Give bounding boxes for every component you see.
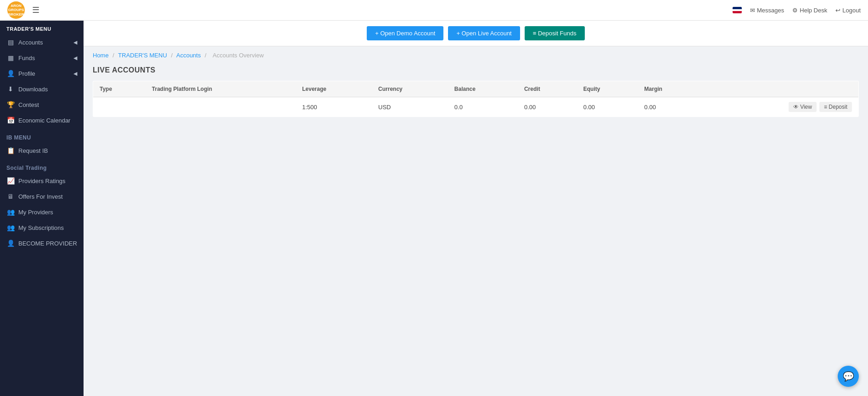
cell-actions: 👁 View ≡ Deposit: [701, 97, 859, 117]
offers-invest-icon: 🖥: [6, 193, 15, 200]
chevron-left-icon: ◀: [73, 55, 77, 61]
breadcrumb-separator: /: [171, 52, 173, 59]
sidebar-item-funds[interactable]: ▦ Funds ◀: [0, 50, 84, 66]
logout-icon: ↩: [835, 7, 840, 14]
sidebar-item-economic-calendar[interactable]: 📅 Economic Calendar: [0, 112, 84, 128]
col-currency: Currency: [372, 81, 448, 97]
row-deposit-button[interactable]: ≡ Deposit: [819, 102, 852, 112]
sidebar-item-label: Downloads: [18, 86, 48, 93]
accounts-table: Type Trading Platform Login Leverage Cur…: [93, 81, 859, 117]
page-section: LIVE ACCOUNTS Type Trading Platform Logi…: [84, 61, 868, 126]
providers-ratings-icon: 📈: [6, 177, 15, 184]
sidebar-item-label: Request IB: [18, 147, 48, 154]
trader-menu-title: TRADER'S MENU: [0, 21, 84, 34]
action-bar: + Open Demo Account + Open Live Account …: [84, 21, 868, 46]
cell-type: [93, 97, 146, 117]
chat-button[interactable]: 💬: [838, 366, 859, 387]
sidebar: TRADER'S MENU ▤ Accounts ◀ ▦ Funds ◀ 👤 P…: [0, 21, 84, 396]
col-balance: Balance: [448, 81, 518, 97]
my-providers-icon: 👥: [6, 208, 15, 216]
table-body: 1:500 USD 0.0 0.00 0.00 0.00 👁 View ≡ De…: [93, 97, 859, 117]
language-flag[interactable]: [733, 7, 742, 13]
breadcrumb-current: Accounts Overview: [213, 52, 263, 59]
calendar-icon: 📅: [6, 117, 15, 124]
logo-icon: ARONGROUPSBROKER: [7, 1, 25, 19]
sidebar-item-my-providers[interactable]: 👥 My Providers: [0, 204, 84, 220]
funds-icon: ▦: [6, 54, 15, 61]
breadcrumb-home[interactable]: Home: [93, 52, 109, 59]
cell-balance: 0.0: [448, 97, 518, 117]
breadcrumb-separator: /: [112, 52, 114, 59]
ib-menu-title: IB MENU: [0, 128, 84, 143]
table-header-row: Type Trading Platform Login Leverage Cur…: [93, 81, 859, 97]
col-credit: Credit: [518, 81, 577, 97]
help-icon: ⚙: [792, 7, 798, 14]
accounts-icon: ▤: [6, 39, 15, 46]
sidebar-item-providers-ratings[interactable]: 📈 Providers Ratings: [0, 173, 84, 189]
main-content: + Open Demo Account + Open Live Account …: [84, 21, 868, 396]
sidebar-item-label: My Providers: [18, 209, 53, 216]
breadcrumb: Home / TRADER'S MENU / Accounts / Accoun…: [84, 46, 868, 61]
topnav: ARONGROUPSBROKER ☰ ✉ Messages ⚙ Help Des…: [0, 0, 868, 21]
envelope-icon: ✉: [750, 7, 755, 14]
sidebar-item-accounts[interactable]: ▤ Accounts ◀: [0, 34, 84, 50]
hamburger-button[interactable]: ☰: [30, 3, 41, 17]
col-leverage: Leverage: [296, 81, 372, 97]
downloads-icon: ⬇: [6, 85, 15, 93]
col-margin: Margin: [638, 81, 701, 97]
sidebar-item-label: Funds: [18, 55, 35, 61]
topnav-left: ARONGROUPSBROKER ☰: [7, 1, 41, 19]
chat-icon: 💬: [843, 371, 854, 382]
col-equity: Equity: [577, 81, 638, 97]
profile-icon: 👤: [6, 70, 15, 77]
layout: TRADER'S MENU ▤ Accounts ◀ ▦ Funds ◀ 👤 P…: [0, 21, 868, 396]
open-live-account-button[interactable]: + Open Live Account: [448, 26, 520, 40]
sidebar-item-label: Providers Ratings: [18, 178, 66, 184]
sidebar-item-profile[interactable]: 👤 Profile ◀: [0, 66, 84, 81]
col-login: Trading Platform Login: [146, 81, 296, 97]
breadcrumb-separator: /: [205, 52, 207, 59]
become-provider-icon: 👤: [6, 240, 15, 247]
logout-link[interactable]: ↩ Logout: [835, 7, 861, 14]
section-title: LIVE ACCOUNTS: [93, 66, 859, 74]
col-actions: [701, 81, 859, 97]
sidebar-item-request-ib[interactable]: 📋 Request IB: [0, 143, 84, 158]
sidebar-item-become-provider[interactable]: 👤 BECOME PROVIDER: [0, 235, 84, 251]
open-demo-account-button[interactable]: + Open Demo Account: [367, 26, 443, 40]
sidebar-item-my-subscriptions[interactable]: 👥 My Subscriptions: [0, 220, 84, 235]
flag-icon: [733, 7, 742, 13]
view-button[interactable]: 👁 View: [789, 102, 817, 112]
sidebar-item-contest[interactable]: 🏆 Contest: [0, 97, 84, 112]
row-actions: 👁 View ≡ Deposit: [708, 102, 852, 112]
cell-leverage: 1:500: [296, 97, 372, 117]
cell-margin: 0.00: [638, 97, 701, 117]
chevron-left-icon: ◀: [73, 39, 77, 45]
cell-currency: USD: [372, 97, 448, 117]
breadcrumb-traders-menu[interactable]: TRADER'S MENU: [118, 52, 167, 59]
cell-login: [146, 97, 296, 117]
my-subscriptions-icon: 👥: [6, 224, 15, 231]
sidebar-item-label: Accounts: [18, 39, 43, 46]
messages-link[interactable]: ✉ Messages: [750, 7, 784, 14]
breadcrumb-accounts[interactable]: Accounts: [176, 52, 201, 59]
sidebar-item-label: My Subscriptions: [18, 224, 64, 231]
sidebar-item-offers-for-invest[interactable]: 🖥 Offers For Invest: [0, 189, 84, 204]
cell-equity: 0.00: [577, 97, 638, 117]
table-header: Type Trading Platform Login Leverage Cur…: [93, 81, 859, 97]
sidebar-item-label: BECOME PROVIDER: [18, 240, 77, 247]
deposit-funds-button[interactable]: ≡ Deposit Funds: [525, 26, 585, 40]
sidebar-item-downloads[interactable]: ⬇ Downloads: [0, 81, 84, 97]
cell-credit: 0.00: [518, 97, 577, 117]
table-row: 1:500 USD 0.0 0.00 0.00 0.00 👁 View ≡ De…: [93, 97, 859, 117]
col-type: Type: [93, 81, 146, 97]
topnav-right: ✉ Messages ⚙ Help Desk ↩ Logout: [733, 7, 861, 14]
chevron-left-icon: ◀: [73, 71, 77, 77]
helpdesk-link[interactable]: ⚙ Help Desk: [792, 7, 827, 14]
contest-icon: 🏆: [6, 101, 15, 108]
request-ib-icon: 📋: [6, 147, 15, 154]
sidebar-item-label: Offers For Invest: [18, 193, 63, 200]
sidebar-item-label: Contest: [18, 101, 39, 108]
social-trading-title: Social Trading: [0, 158, 84, 173]
logo: ARONGROUPSBROKER: [7, 1, 25, 19]
sidebar-item-label: Economic Calendar: [18, 117, 70, 124]
